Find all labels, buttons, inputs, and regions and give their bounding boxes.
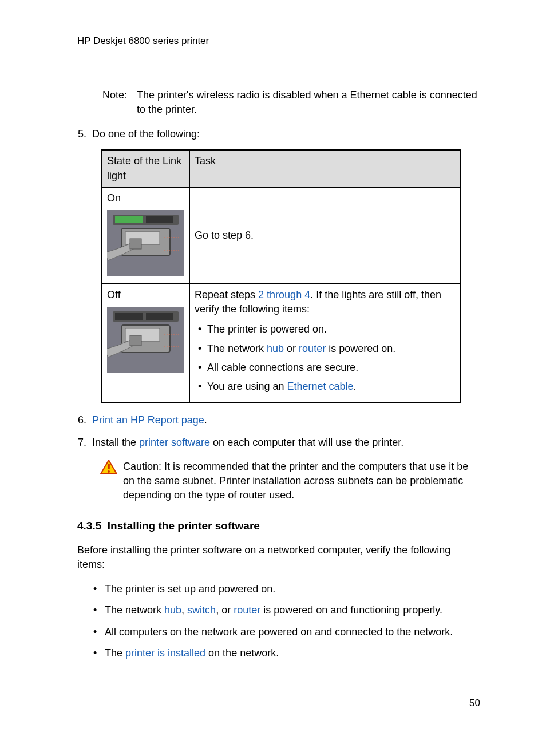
svg-rect-15 xyxy=(130,335,141,346)
text: or xyxy=(284,343,299,354)
port-on-image xyxy=(107,210,184,280)
link-light-table: State of the Link light Task On xyxy=(101,149,461,403)
off-repeat-text: Repeat steps xyxy=(195,289,258,300)
task-on-cell: Go to step 6. xyxy=(189,187,460,284)
list-item: The network hub or router is powered on. xyxy=(195,342,455,356)
task-off-cell: Repeat steps 2 through 4. If the lights … xyxy=(189,284,460,402)
link-hub[interactable]: hub xyxy=(164,604,181,616)
svg-rect-3 xyxy=(146,216,173,223)
text: The network xyxy=(105,604,164,616)
text: , xyxy=(181,604,187,616)
list-item: You are using an Ethernet cable. xyxy=(195,379,455,394)
list-item: The printer is installed on the network. xyxy=(93,646,480,660)
text: on the network. xyxy=(205,647,279,659)
step-number: 7. xyxy=(77,436,92,450)
step-number: 6. xyxy=(77,413,92,428)
svg-rect-6 xyxy=(130,239,141,249)
link-hp-report[interactable]: Print an HP Report page xyxy=(92,414,204,426)
link-ethernet-cable[interactable]: Ethernet cable xyxy=(287,381,353,392)
off-label: Off xyxy=(107,289,121,300)
caution-block: Caution: It is recommended that the prin… xyxy=(100,460,480,503)
svg-rect-11 xyxy=(115,313,143,320)
state-off-cell: Off xyxy=(102,284,189,402)
table-header-task: Task xyxy=(189,150,460,187)
link-switch[interactable]: switch xyxy=(187,604,216,616)
list-item: The network hub, switch, or router is po… xyxy=(93,603,480,618)
text: , or xyxy=(216,604,234,616)
step-number: 5. xyxy=(77,127,92,141)
text: The xyxy=(105,647,125,659)
off-items-list: The printer is powered on. The network h… xyxy=(195,322,455,394)
step-body: Install the printer software on each com… xyxy=(92,436,480,450)
step-6: 6. Print an HP Report page. xyxy=(77,413,480,428)
section-title: Installing the printer software xyxy=(108,520,260,532)
note-text: The printer's wireless radio is disabled… xyxy=(137,88,480,117)
note-block: Note: The printer's wireless radio is di… xyxy=(102,88,480,117)
text: You are using an xyxy=(207,381,287,392)
svg-rect-2 xyxy=(115,216,143,223)
list-item: The printer is powered on. xyxy=(195,322,455,337)
section-number: 4.3.5 xyxy=(77,520,101,532)
link-hub[interactable]: hub xyxy=(267,343,284,354)
step-body: Print an HP Report page. xyxy=(92,413,480,428)
intro-paragraph: Before installing the printer software o… xyxy=(77,543,480,572)
svg-rect-18 xyxy=(108,464,110,469)
text: on each computer that will use the print… xyxy=(210,437,403,448)
section-heading: 4.3.5 Installing the printer software xyxy=(77,518,480,534)
text: The network xyxy=(207,343,267,354)
prerequisite-list: The printer is set up and powered on. Th… xyxy=(93,582,480,660)
text: . xyxy=(354,381,357,392)
caution-text: Caution: It is recommended that the prin… xyxy=(123,460,480,503)
text: Install the xyxy=(92,437,139,448)
link-router[interactable]: router xyxy=(234,604,260,616)
step-text: Do one of the following: xyxy=(92,127,480,141)
link-printer-installed[interactable]: printer is installed xyxy=(125,647,205,659)
link-router[interactable]: router xyxy=(299,343,326,354)
link-steps-2-4[interactable]: 2 through 4 xyxy=(258,289,310,300)
page-number: 50 xyxy=(469,696,480,710)
port-off-image xyxy=(107,307,184,377)
step-5: 5. Do one of the following: xyxy=(77,127,480,141)
text: is powered on and functioning properly. xyxy=(260,604,442,616)
step-7: 7. Install the printer software on each … xyxy=(77,436,480,450)
caution-icon xyxy=(100,460,123,503)
list-item: All cable connections are secure. xyxy=(195,361,455,375)
text: is powered on. xyxy=(326,343,395,354)
on-label: On xyxy=(107,192,121,204)
text: . xyxy=(204,414,207,426)
link-printer-software[interactable]: printer software xyxy=(139,437,210,448)
list-item: All computers on the network are powered… xyxy=(93,625,480,639)
page-header: HP Deskjet 6800 series printer xyxy=(77,34,480,48)
note-label: Note: xyxy=(102,88,137,117)
svg-point-19 xyxy=(108,470,110,473)
state-on-cell: On xyxy=(102,187,189,284)
list-item: The printer is set up and powered on. xyxy=(93,582,480,596)
svg-rect-12 xyxy=(146,313,173,320)
table-header-state: State of the Link light xyxy=(102,150,189,187)
